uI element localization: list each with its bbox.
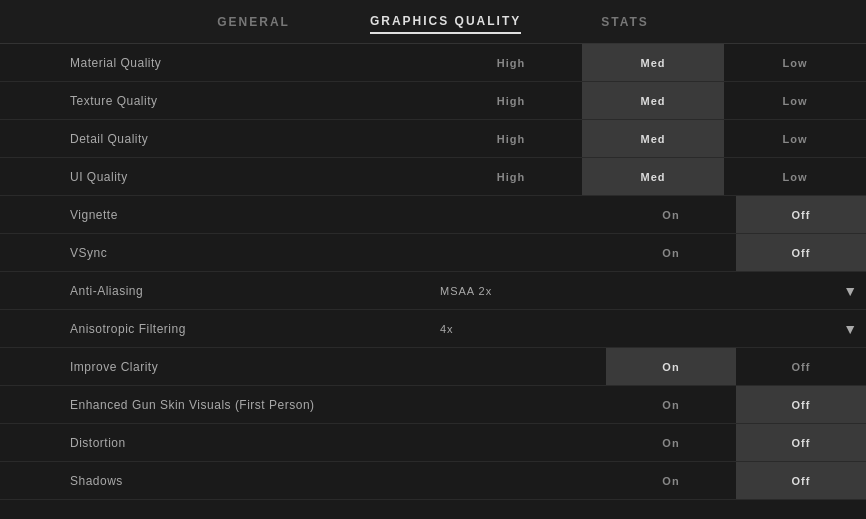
dropdown-value-anti-aliasing: MSAA 2x — [440, 285, 492, 297]
option-material-quality-med[interactable]: Med — [582, 44, 724, 81]
options-texture-quality: HighMedLow — [440, 82, 866, 119]
row-enhanced-gun-skin: Enhanced Gun Skin Visuals (First Person)… — [0, 386, 866, 424]
label-vignette: Vignette — [0, 208, 440, 222]
options-detail-quality: HighMedLow — [440, 120, 866, 157]
option-distortion-on[interactable]: On — [606, 424, 736, 461]
options-material-quality: HighMedLow — [440, 44, 866, 81]
row-texture-quality: Texture QualityHighMedLow — [0, 82, 866, 120]
row-shadows: ShadowsOnOff — [0, 462, 866, 500]
row-material-quality: Material QualityHighMedLow — [0, 44, 866, 82]
option-distortion-off[interactable]: Off — [736, 424, 866, 461]
option-detail-quality-low[interactable]: Low — [724, 120, 866, 157]
row-vignette: VignetteOnOff — [0, 196, 866, 234]
nav-tab-stats[interactable]: STATS — [601, 11, 649, 33]
option-shadows-on[interactable]: On — [606, 462, 736, 499]
dropdown-arrow-anisotropic-filtering: ▼ — [843, 321, 858, 337]
nav-tab-graphics-quality[interactable]: GRAPHICS QUALITY — [370, 10, 521, 34]
option-improve-clarity-off[interactable]: Off — [736, 348, 866, 385]
option-vsync-off[interactable]: Off — [736, 234, 866, 271]
label-shadows: Shadows — [0, 474, 440, 488]
row-distortion: DistortionOnOff — [0, 424, 866, 462]
dropdown-anti-aliasing[interactable]: MSAA 2x▼ — [440, 285, 866, 297]
option-enhanced-gun-skin-on[interactable]: On — [606, 386, 736, 423]
label-vsync: VSync — [0, 246, 440, 260]
label-improve-clarity: Improve Clarity — [0, 360, 440, 374]
dropdown-value-anisotropic-filtering: 4x — [440, 323, 454, 335]
content-area: Material QualityHighMedLowTexture Qualit… — [0, 44, 866, 519]
option-material-quality-low[interactable]: Low — [724, 44, 866, 81]
option-improve-clarity-on[interactable]: On — [606, 348, 736, 385]
option-texture-quality-low[interactable]: Low — [724, 82, 866, 119]
options-vsync: OnOff — [440, 234, 866, 271]
label-texture-quality: Texture Quality — [0, 94, 440, 108]
row-ui-quality: UI QualityHighMedLow — [0, 158, 866, 196]
row-detail-quality: Detail QualityHighMedLow — [0, 120, 866, 158]
option-ui-quality-high[interactable]: High — [440, 158, 582, 195]
label-detail-quality: Detail Quality — [0, 132, 440, 146]
settings-table: Material QualityHighMedLowTexture Qualit… — [0, 44, 866, 500]
dropdown-anisotropic-filtering[interactable]: 4x▼ — [440, 323, 866, 335]
options-enhanced-gun-skin: OnOff — [440, 386, 866, 423]
option-material-quality-high[interactable]: High — [440, 44, 582, 81]
label-anisotropic-filtering: Anisotropic Filtering — [0, 322, 440, 336]
options-ui-quality: HighMedLow — [440, 158, 866, 195]
option-vsync-on[interactable]: On — [606, 234, 736, 271]
nav-tabs: GENERALGRAPHICS QUALITYSTATS — [0, 0, 866, 44]
label-anti-aliasing: Anti-Aliasing — [0, 284, 440, 298]
label-distortion: Distortion — [0, 436, 440, 450]
option-enhanced-gun-skin-off[interactable]: Off — [736, 386, 866, 423]
options-shadows: OnOff — [440, 462, 866, 499]
option-vignette-off[interactable]: Off — [736, 196, 866, 233]
options-improve-clarity: OnOff — [440, 348, 866, 385]
label-enhanced-gun-skin: Enhanced Gun Skin Visuals (First Person) — [0, 398, 440, 412]
options-vignette: OnOff — [440, 196, 866, 233]
label-material-quality: Material Quality — [0, 56, 440, 70]
row-anti-aliasing: Anti-AliasingMSAA 2x▼ — [0, 272, 866, 310]
row-improve-clarity: Improve ClarityOnOff — [0, 348, 866, 386]
option-detail-quality-high[interactable]: High — [440, 120, 582, 157]
option-ui-quality-med[interactable]: Med — [582, 158, 724, 195]
options-distortion: OnOff — [440, 424, 866, 461]
row-anisotropic-filtering: Anisotropic Filtering4x▼ — [0, 310, 866, 348]
option-detail-quality-med[interactable]: Med — [582, 120, 724, 157]
option-texture-quality-med[interactable]: Med — [582, 82, 724, 119]
option-texture-quality-high[interactable]: High — [440, 82, 582, 119]
option-vignette-on[interactable]: On — [606, 196, 736, 233]
row-vsync: VSyncOnOff — [0, 234, 866, 272]
option-shadows-off[interactable]: Off — [736, 462, 866, 499]
label-ui-quality: UI Quality — [0, 170, 440, 184]
nav-tab-general[interactable]: GENERAL — [217, 11, 290, 33]
dropdown-arrow-anti-aliasing: ▼ — [843, 283, 858, 299]
option-ui-quality-low[interactable]: Low — [724, 158, 866, 195]
